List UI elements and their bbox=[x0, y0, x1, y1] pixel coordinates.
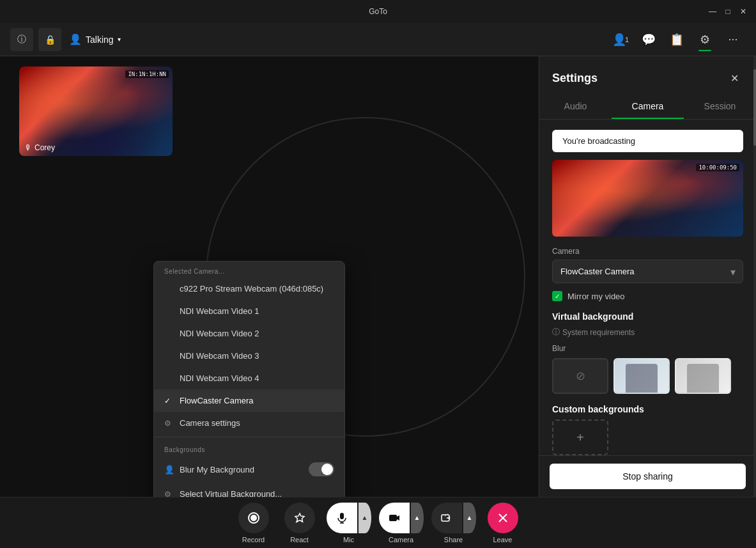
camera-label-ndi3: NDI Webcam Video 3 bbox=[180, 351, 259, 361]
maximize-button[interactable]: □ bbox=[723, 6, 733, 17]
talking-label: Talking bbox=[86, 35, 114, 45]
camera-label: Camera bbox=[389, 536, 413, 544]
titlebar: GoTo — □ ✕ bbox=[0, 0, 756, 23]
chat-button[interactable]: 💬 bbox=[636, 27, 661, 52]
custom-bg-title: Custom backgrounds bbox=[552, 404, 743, 414]
mic-button[interactable] bbox=[327, 503, 357, 533]
leave-icon-container bbox=[488, 503, 518, 533]
settings-tabs: Audio Camera Session bbox=[539, 87, 756, 120]
participants-icon: 👤 bbox=[612, 33, 626, 47]
camera-option-ndi1[interactable]: NDI Webcam Video 1 bbox=[154, 300, 344, 322]
virtual-bg-title: Virtual background bbox=[552, 311, 743, 322]
person-icon: 👤 bbox=[69, 33, 82, 45]
camera-settings-label: Camera settings bbox=[180, 418, 240, 428]
virtual-bg-icon: ⚙ bbox=[164, 490, 174, 497]
camera-option-c922[interactable]: c922 Pro Stream Webcam (046d:085c) bbox=[154, 278, 344, 300]
settings-footer: Stop sharing bbox=[539, 455, 756, 497]
record-button[interactable]: Record bbox=[235, 503, 273, 544]
react-button[interactable]: React bbox=[281, 503, 319, 544]
share-arrow-button[interactable]: ▲ bbox=[463, 503, 476, 533]
bg-none-thumb[interactable]: ⊘ bbox=[552, 358, 608, 394]
corey-video-thumbnail: IN:1N:1H:NN 🎙 Corey bbox=[19, 67, 173, 156]
mic-on-icon: 🎙 bbox=[24, 143, 32, 152]
share-button[interactable] bbox=[431, 503, 462, 533]
settings-scrollbar[interactable] bbox=[753, 56, 756, 497]
camera-settings-item[interactable]: ⚙ Camera settings bbox=[154, 412, 344, 434]
participant-label: 🎙 Corey bbox=[24, 143, 55, 152]
notes-icon: 📋 bbox=[670, 33, 684, 47]
camera-label-ndi2: NDI Webcam Video 2 bbox=[180, 329, 259, 338]
camera-option-ndi2[interactable]: NDI Webcam Video 2 bbox=[154, 322, 344, 345]
participants-button[interactable]: 👤 1 bbox=[608, 27, 633, 52]
gear-icon: ⚙ bbox=[700, 33, 710, 47]
camera-label-ndi4: NDI Webcam Video 4 bbox=[180, 373, 259, 383]
mic-button-group: ▲ bbox=[327, 503, 371, 533]
more-button[interactable]: ··· bbox=[720, 27, 746, 52]
system-requirements[interactable]: ⓘ System requirements bbox=[552, 327, 743, 338]
svg-rect-2 bbox=[340, 513, 344, 519]
camera-group: ▲ Camera bbox=[379, 503, 424, 544]
talking-status[interactable]: 👤 Talking ▾ bbox=[61, 29, 128, 49]
mic-label: Mic bbox=[343, 536, 354, 544]
leave-button[interactable]: Leave bbox=[484, 503, 522, 544]
tab-audio[interactable]: Audio bbox=[539, 95, 612, 119]
record-icon bbox=[238, 503, 269, 533]
minimize-button[interactable]: — bbox=[707, 6, 718, 17]
camera-option-ndi3[interactable]: NDI Webcam Video 3 bbox=[154, 345, 344, 367]
no-bg-icon: ⊘ bbox=[576, 369, 585, 383]
camera-option-ndi4[interactable]: NDI Webcam Video 4 bbox=[154, 367, 344, 389]
camera-button[interactable] bbox=[379, 503, 410, 533]
tab-session[interactable]: Session bbox=[684, 95, 756, 119]
broadcasting-banner: You're broadcasting bbox=[552, 130, 743, 152]
camera-arrow-button[interactable]: ▲ bbox=[411, 503, 424, 533]
svg-rect-5 bbox=[389, 515, 397, 521]
bg-person2-thumb[interactable] bbox=[675, 358, 731, 394]
blur-left: 👤 Blur My Background bbox=[164, 465, 254, 474]
bg-person1-thumb[interactable] bbox=[613, 358, 670, 394]
leave-label: Leave bbox=[493, 536, 513, 544]
svg-point-1 bbox=[251, 515, 257, 521]
camera-label-ndi1: NDI Webcam Video 1 bbox=[180, 306, 259, 316]
share-group: ▲ Share bbox=[431, 503, 476, 544]
backgrounds-label: Backgrounds bbox=[154, 440, 344, 456]
add-bg-button[interactable]: + bbox=[552, 419, 608, 455]
main-content: IN:1N:1H:NN 🎙 Corey Selected Camera... c… bbox=[0, 56, 756, 497]
react-icon-container bbox=[284, 503, 315, 533]
settings-content: You're broadcasting 10:00:09:50 Camera c… bbox=[539, 120, 756, 455]
broadcasting-text: You're broadcasting bbox=[562, 136, 635, 146]
settings-title: Settings bbox=[552, 72, 598, 85]
tab-camera[interactable]: Camera bbox=[612, 95, 684, 119]
settings-close-button[interactable]: ✕ bbox=[725, 69, 743, 87]
mirror-checkbox[interactable]: ✓ bbox=[552, 291, 562, 301]
camera-button-group: ▲ bbox=[379, 503, 424, 533]
chat-icon: 💬 bbox=[642, 33, 656, 47]
preview-timer: 10:00:09:50 bbox=[696, 164, 739, 171]
participant-name: Corey bbox=[35, 143, 55, 152]
close-button[interactable]: ✕ bbox=[738, 6, 748, 17]
mirror-checkbox-row: ✓ Mirror my video bbox=[552, 291, 743, 301]
scrollbar-thumb bbox=[753, 69, 756, 146]
notes-button[interactable]: 📋 bbox=[664, 27, 690, 52]
lock-button[interactable]: 🔒 bbox=[38, 28, 61, 51]
info-circle-icon: ⓘ bbox=[552, 327, 560, 338]
select-virtual-bg-item[interactable]: ⚙ Select Virtual Background... bbox=[154, 483, 344, 497]
camera-select[interactable]: c922 Pro Stream Webcam (046d:085c) NDI W… bbox=[552, 260, 743, 283]
plus-icon: + bbox=[576, 430, 584, 445]
header: ⓘ 🔒 👤 Talking ▾ 👤 1 💬 📋 ⚙ ··· bbox=[0, 23, 756, 56]
blur-person-icon: 👤 bbox=[164, 465, 174, 474]
info-button[interactable]: ⓘ bbox=[10, 28, 33, 51]
stop-sharing-button[interactable]: Stop sharing bbox=[550, 464, 746, 489]
blur-toggle-switch[interactable] bbox=[309, 462, 334, 476]
divider-1 bbox=[154, 437, 344, 437]
bg-thumbnails: ⊘ bbox=[552, 358, 743, 394]
react-label: React bbox=[290, 536, 309, 544]
mirror-label: Mirror my video bbox=[567, 292, 625, 301]
camera-option-flowcaster[interactable]: ✓ FlowCaster Camera bbox=[154, 389, 344, 412]
camera-label-c922: c922 Pro Stream Webcam (046d:085c) bbox=[180, 284, 323, 294]
preview-video-inner: 10:00:09:50 bbox=[552, 160, 743, 237]
chevron-down-icon: ▾ bbox=[118, 36, 121, 43]
app-title: GoTo bbox=[369, 7, 387, 16]
settings-button[interactable]: ⚙ bbox=[692, 27, 718, 52]
toolbar: Record React ▲ Mic bbox=[0, 497, 756, 548]
mic-arrow-button[interactable]: ▲ bbox=[359, 503, 371, 533]
